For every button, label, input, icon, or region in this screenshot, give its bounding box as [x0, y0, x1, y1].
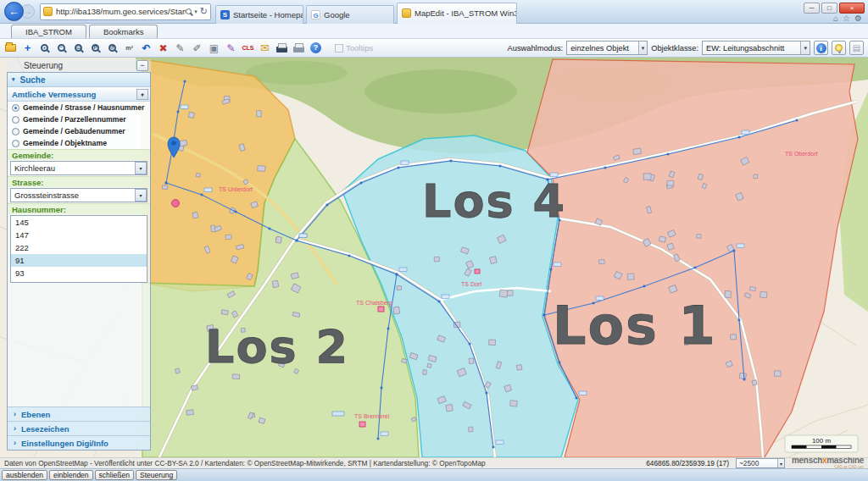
radio-objektname[interactable]: Gemeinde / Objektname [8, 137, 150, 149]
network-node [165, 182, 168, 185]
hausnummer-list[interactable]: 145 147 222 91 93 [10, 215, 147, 283]
chevron-down-icon[interactable]: ▾ [777, 459, 784, 467]
zoom-previous-button[interactable]: ↺ [104, 41, 120, 56]
panel-minimize-button[interactable]: − [136, 60, 148, 71]
chevron-down-icon[interactable]: ▾ [638, 41, 648, 54]
network-node-label [554, 263, 561, 267]
strasse-value: Grosssteinstrasse [14, 191, 79, 200]
help-button[interactable]: ? [308, 41, 324, 56]
zoom-in-button[interactable]: + [36, 41, 53, 56]
radio-icon[interactable] [12, 116, 19, 124]
zoom-out-button[interactable]: − [53, 41, 70, 56]
chevron-down-icon[interactable]: ▾ [194, 8, 198, 15]
radio-gebaeudenummer[interactable]: Gemeinde / Gebäudenummer [8, 125, 150, 137]
tab-startseite[interactable]: S Startseite - Homepage [215, 5, 303, 24]
strasse-select[interactable]: Grosssteinstrasse ▾ [10, 188, 147, 202]
station-label: TS Dorf [461, 281, 481, 287]
digitize-split-button[interactable]: ✐ [189, 41, 205, 56]
back-button[interactable]: ← [4, 2, 24, 21]
network-node [486, 392, 488, 395]
radio-icon[interactable] [12, 104, 19, 112]
search-category-select[interactable]: Amtliche Vermessung ▾ [8, 87, 150, 102]
steuerung-button[interactable]: Steuerung [136, 470, 177, 480]
maximize-button[interactable]: □ [821, 3, 837, 14]
map-building [192, 212, 198, 218]
redline-button[interactable]: ✎ [223, 41, 239, 56]
network-node [643, 285, 646, 288]
tab-iba-strom[interactable]: IBA_STROM [11, 25, 86, 38]
undo-button[interactable]: ↶ [138, 41, 154, 56]
list-item[interactable]: 147 [11, 229, 147, 241]
cancel-selection-button[interactable]: ✖ [155, 41, 171, 56]
selection-mode-select[interactable]: einzelnes Objekt ▾ [566, 41, 648, 55]
minimize-button[interactable]: ─ [804, 3, 820, 14]
address-bar[interactable]: http://iba138/mum.geo.services/Start.asp… [40, 3, 211, 20]
list-item[interactable]: 93 [11, 267, 147, 279]
measure-area-button[interactable]: m² [121, 41, 137, 56]
tooltips-toggle[interactable]: Tooltips [335, 43, 373, 53]
panel-spacer [8, 285, 150, 406]
zoom-window-button[interactable]: ▭ [70, 41, 86, 56]
object-class-select[interactable]: EW: Leitungsabschnitt ▾ [702, 41, 810, 55]
radio-parzellennummer[interactable]: Gemeinde / Parzellennummer [8, 113, 150, 125]
map-scale-value: ~2500 [739, 459, 759, 467]
radio-label: Gemeinde / Gebäudenummer [23, 127, 125, 135]
zoom-overview-button[interactable]: + [19, 41, 36, 56]
chevron-down-icon[interactable]: ▾ [800, 41, 810, 54]
list-item[interactable]: 222 [11, 241, 147, 254]
gemeinde-select[interactable]: Kirchleerau ▾ [10, 161, 147, 175]
app-tab-row: IBA_STROM Bookmarks [0, 24, 868, 39]
map-building [667, 180, 674, 185]
report-button[interactable]: ▤ [849, 41, 864, 55]
chevron-down-icon[interactable]: ▾ [136, 89, 148, 100]
tab-label: MapEdit - IBA_STROM Win32 [415, 8, 517, 18]
chevron-down-icon[interactable]: ▾ [135, 189, 147, 202]
digitize-button[interactable]: ✎ [172, 41, 188, 56]
refresh-icon[interactable]: ↻ [200, 6, 208, 17]
schliessen-button[interactable]: schließen [95, 470, 134, 480]
map-building [221, 310, 228, 315]
hausnummer-label: Hausnummer: [8, 203, 150, 214]
mail-button[interactable]: ✉ [257, 41, 273, 56]
zoom-scale-button[interactable]: P [87, 41, 103, 56]
einblenden-button[interactable]: einblenden [49, 470, 93, 480]
list-item[interactable]: 145 [11, 216, 147, 229]
section-einstellungen[interactable]: › Einstellungen Digi/Info [8, 435, 150, 450]
url-text[interactable]: http://iba138/mum.geo.services/Start.asp… [53, 7, 186, 16]
section-lesezeichen[interactable]: › Lesezeichen [8, 421, 150, 435]
cls-button[interactable]: CLS [240, 41, 256, 56]
forest-patch [246, 61, 348, 85]
search-header-label: Suche [20, 75, 46, 85]
plot-button[interactable] [291, 41, 307, 56]
home-icon[interactable]: ⌂ [833, 14, 838, 23]
network-node [296, 240, 298, 242]
coordinates-readout: 646865.80/235939.19 (17) [646, 459, 729, 467]
gear-icon[interactable]: ⚙ [854, 14, 862, 23]
tooltips-checkbox[interactable] [335, 44, 343, 53]
network-node [396, 274, 398, 276]
tab-google[interactable]: G Google [306, 5, 394, 24]
highlight-button[interactable] [832, 41, 846, 55]
list-item-selected[interactable]: 91 [11, 254, 147, 267]
chevron-down-icon[interactable]: ▾ [135, 162, 147, 174]
radio-strasse-hausnummer[interactable]: Gemeinde / Strasse / Hausnummer [8, 102, 150, 113]
section-ebenen[interactable]: › Ebenen [8, 406, 150, 421]
radio-icon[interactable] [12, 140, 19, 147]
print-button[interactable] [274, 41, 290, 56]
tab-mapedit[interactable]: MapEdit - IBA_STROM Win32 × [397, 3, 517, 24]
map-viewport[interactable]: TS Unterdorf TS Chalsberg TS Dorf TS Obe… [0, 58, 868, 457]
map-building [434, 257, 439, 261]
tab-bookmarks[interactable]: Bookmarks [89, 25, 159, 38]
star-icon[interactable]: ☆ [843, 14, 850, 23]
radio-icon[interactable] [12, 128, 19, 135]
close-button[interactable]: × [839, 3, 865, 14]
ausblenden-button[interactable]: ausblenden [2, 470, 47, 480]
map-building [697, 235, 701, 239]
map-scale-select[interactable]: ~2500 ▾ [736, 458, 785, 468]
search-icon[interactable] [186, 8, 192, 14]
object-info-button[interactable]: i [814, 41, 828, 55]
open-folder-button[interactable] [3, 41, 19, 56]
search-section-header[interactable]: ▾ Suche [8, 73, 150, 87]
forest-patch [364, 69, 517, 113]
screenshot-button[interactable]: ▣ [206, 41, 222, 56]
